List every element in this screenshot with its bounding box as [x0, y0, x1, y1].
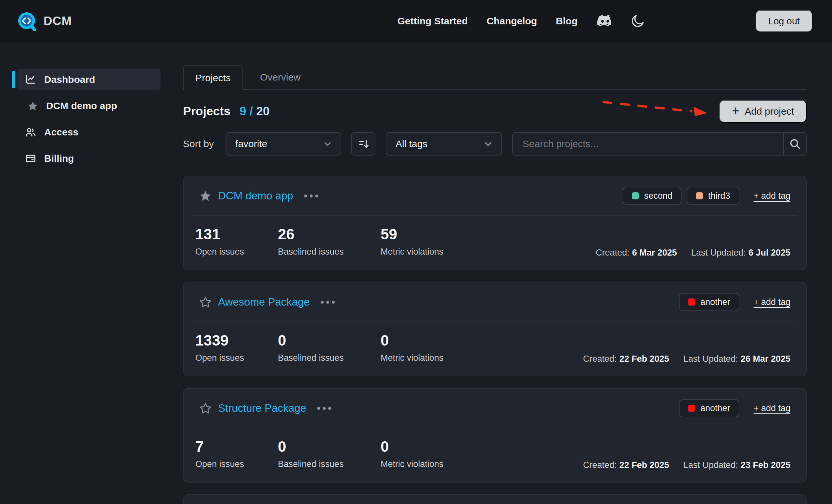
discord-icon[interactable]: [596, 14, 614, 28]
tab-overview[interactable]: Overview: [260, 72, 301, 83]
metric-violations-value: 59: [381, 227, 444, 242]
open-issues-value: 7: [195, 439, 278, 454]
baselined-issues-value: 26: [278, 227, 381, 242]
metric-violations-value: 0: [381, 333, 444, 348]
project-stats: 131Open issues 26Baselined issues 59Metr…: [195, 227, 444, 257]
baselined-issues-value: 0: [278, 439, 381, 454]
sidebar-item-dcm-demo-app[interactable]: DCM demo app: [18, 95, 160, 117]
tags-select-value: All tags: [395, 138, 427, 149]
sidebar-item-label: Dashboard: [44, 74, 95, 85]
project-title-link[interactable]: Structure Package: [218, 402, 306, 414]
sort-direction-button[interactable]: [351, 132, 375, 156]
main-content: Projects Overview Projects 9 / 20 + Add …: [172, 42, 832, 504]
search-input[interactable]: [513, 133, 783, 155]
sort-select[interactable]: favorite: [226, 132, 341, 156]
project-card: Structure Package another + add tag: [183, 388, 807, 482]
sidebar-item-billing[interactable]: Billing: [18, 148, 160, 169]
project-title-link[interactable]: Awesome Package: [218, 296, 310, 308]
tag-chip[interactable]: another: [679, 399, 739, 417]
tag-color-dot: [688, 299, 695, 306]
project-menu-icon[interactable]: [316, 404, 333, 413]
search-icon[interactable]: [783, 133, 806, 155]
favorite-star-outline-icon[interactable]: [199, 296, 212, 308]
tag-chip[interactable]: another: [679, 293, 739, 311]
tag-color-dot: [696, 192, 703, 199]
sort-descending-icon: [357, 137, 370, 150]
favorite-star-icon[interactable]: [199, 190, 212, 202]
metric-violations-value: 0: [381, 439, 444, 454]
app-logo[interactable]: DCM: [17, 11, 72, 31]
project-stats: 7Open issues 0Baselined issues 0Metric v…: [195, 439, 444, 469]
sidebar-item-label: Access: [44, 127, 78, 138]
users-icon: [25, 126, 36, 138]
sidebar-item-access[interactable]: Access: [18, 121, 160, 143]
sidebar-item-label: DCM demo app: [46, 100, 117, 111]
project-card-partial: [183, 494, 807, 504]
project-card: Awesome Package another + add tag: [183, 282, 807, 376]
sidebar: Dashboard DCM demo app Access: [0, 42, 172, 504]
project-card: DCM demo app second third3 + add t: [183, 176, 807, 270]
add-project-button[interactable]: + Add project: [719, 100, 807, 123]
project-title-link[interactable]: DCM demo app: [218, 190, 293, 202]
tag-chip[interactable]: second: [623, 187, 681, 205]
open-issues-value: 131: [195, 227, 278, 242]
sidebar-item-label: Billing: [44, 153, 74, 164]
active-indicator: [12, 71, 15, 88]
tags-filter-select[interactable]: All tags: [386, 132, 502, 156]
controls-row: Sort by favorite: [183, 132, 807, 156]
tab-projects[interactable]: Projects: [183, 65, 243, 91]
logout-button[interactable]: Log out: [756, 10, 812, 32]
add-tag-link[interactable]: + add tag: [754, 403, 790, 413]
nav-changelog[interactable]: Changelog: [487, 16, 537, 27]
tag-color-dot: [632, 192, 639, 199]
star-icon: [27, 100, 38, 111]
project-menu-icon[interactable]: [319, 298, 336, 307]
navbar: DCM Getting Started Changelog Blog Log o…: [0, 0, 832, 42]
dcm-logo-icon: [17, 11, 37, 31]
project-dates: Created:22 Feb 2025 Last Updated:26 Mar …: [583, 354, 790, 364]
chevron-down-icon: [483, 139, 493, 149]
sort-by-label: Sort by: [183, 138, 214, 149]
project-menu-icon[interactable]: [303, 191, 319, 201]
open-issues-value: 1339: [195, 333, 278, 348]
plus-icon: +: [732, 104, 739, 117]
project-list: DCM demo app second third3 + add t: [183, 176, 807, 504]
brand-name: DCM: [44, 14, 72, 28]
add-tag-link[interactable]: + add tag: [754, 191, 790, 201]
chart-line-icon: [25, 74, 36, 85]
nav-getting-started[interactable]: Getting Started: [397, 16, 468, 27]
project-search: [512, 132, 807, 156]
project-dates: Created:6 Mar 2025 Last Updated:6 Jul 20…: [596, 248, 790, 258]
projects-heading-row: Projects 9 / 20 + Add project: [183, 100, 807, 123]
add-tag-link[interactable]: + add tag: [754, 297, 790, 307]
nav-blog[interactable]: Blog: [556, 16, 577, 27]
credit-card-icon: [25, 152, 36, 164]
top-nav: Getting Started Changelog Blog: [397, 13, 645, 29]
theme-toggle-moon-icon[interactable]: [630, 13, 645, 29]
page-title: Projects: [183, 105, 230, 118]
project-count: 9 / 20: [239, 105, 270, 118]
annotation-arrow: [600, 100, 709, 117]
tag-color-dot: [688, 404, 695, 412]
tag-chip[interactable]: third3: [687, 187, 739, 205]
tab-bar: Projects Overview: [183, 65, 807, 90]
chevron-down-icon: [322, 139, 333, 149]
project-stats: 1339Open issues 0Baselined issues 0Metri…: [195, 333, 444, 363]
project-dates: Created:22 Feb 2025 Last Updated:23 Feb …: [583, 460, 790, 470]
sidebar-item-dashboard[interactable]: Dashboard: [18, 69, 160, 90]
sort-select-value: favorite: [235, 138, 267, 149]
baselined-issues-value: 0: [278, 333, 381, 348]
favorite-star-outline-icon[interactable]: [199, 402, 212, 414]
